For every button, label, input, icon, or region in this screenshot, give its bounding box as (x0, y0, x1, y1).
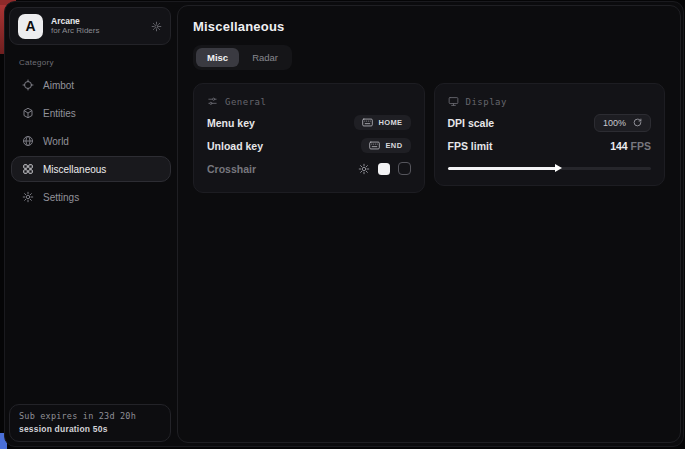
crosshair-color-swatch[interactable] (378, 163, 390, 175)
globe-icon (22, 135, 34, 147)
fps-limit-slider[interactable] (448, 163, 652, 173)
display-card: Display DPI scale 100% (434, 83, 666, 186)
tab-radar[interactable]: Radar (241, 48, 289, 67)
unload-key-row: Unload key END (207, 134, 411, 157)
sidebar-item-settings[interactable]: Settings (11, 184, 171, 210)
fps-unit: FPS (631, 140, 651, 152)
monitor-icon (448, 96, 459, 107)
app-names: Arcane for Arc Riders (51, 16, 99, 37)
app-logo: A (18, 14, 43, 39)
tab-misc[interactable]: Misc (196, 48, 239, 67)
keyboard-icon (369, 141, 380, 150)
cards-row: General Menu key (193, 83, 665, 193)
sidebar-item-miscellaneous[interactable]: Miscellaneous (11, 156, 171, 182)
crosshair-row: Crosshair (207, 157, 411, 180)
main-panel: Miscellaneous Misc Radar Gene (177, 5, 681, 443)
crosshair-settings-gear-icon[interactable] (358, 163, 370, 175)
menu-key-label: Menu key (207, 117, 255, 129)
slider-fill (448, 167, 558, 170)
slider-thumb[interactable] (555, 164, 562, 172)
fps-limit-value: 144 FPS (610, 140, 651, 152)
app-header-card: A Arcane for Arc Riders (9, 7, 171, 45)
sidebar-item-aimbot[interactable]: Aimbot (11, 72, 171, 98)
general-card: General Menu key (193, 83, 425, 193)
crosshair-checkbox[interactable] (398, 162, 411, 175)
keyboard-icon (362, 118, 373, 127)
menu-key-bind-button[interactable]: HOME (354, 115, 410, 130)
unload-key-value: END (385, 141, 402, 150)
general-card-header: General (207, 96, 411, 107)
refresh-icon[interactable] (633, 118, 642, 127)
gear-icon[interactable] (151, 21, 162, 32)
dpi-scale-button[interactable]: 100% (594, 114, 651, 132)
sidebar-nav: Aimbot Entities (11, 72, 171, 210)
display-card-title: Display (466, 97, 507, 107)
sidebar-item-entities[interactable]: Entities (11, 100, 171, 126)
fps-number: 144 (610, 140, 628, 152)
sub-expires-text: Sub expires in 23d 20h (19, 411, 161, 421)
crosshair-controls (358, 162, 411, 175)
menu-key-value: HOME (378, 118, 402, 127)
sidebar-item-label: Aimbot (43, 80, 74, 91)
crosshair-label: Crosshair (207, 163, 256, 175)
sidebar-item-world[interactable]: World (11, 128, 171, 154)
sidebar-item-label: Settings (43, 192, 79, 203)
general-card-title: General (225, 97, 266, 107)
crosshair-icon (22, 79, 34, 91)
fps-limit-row: FPS limit 144 FPS (448, 134, 652, 157)
menu-key-row: Menu key HOME (207, 111, 411, 134)
sidebar: A Arcane for Arc Riders Category (5, 2, 177, 446)
session-duration-text: session duration 50s (19, 424, 161, 434)
unload-key-bind-button[interactable]: END (361, 138, 410, 153)
subscription-card: Sub expires in 23d 20h session duration … (9, 404, 171, 442)
display-card-header: Display (448, 96, 652, 107)
unload-key-label: Unload key (207, 140, 263, 152)
sidebar-item-label: Entities (43, 108, 76, 119)
dpi-scale-label: DPI scale (448, 117, 495, 129)
category-label: Category (19, 58, 54, 67)
gear-icon (22, 191, 34, 203)
app-subtitle: for Arc Riders (51, 26, 99, 36)
grid-icon (22, 163, 34, 175)
app-name: Arcane (51, 16, 99, 27)
dpi-scale-value: 100% (603, 118, 626, 128)
dpi-scale-row: DPI scale 100% (448, 111, 652, 134)
app-window: A Arcane for Arc Riders Category (4, 1, 684, 447)
page-title: Miscellaneous (193, 19, 665, 34)
cube-icon (22, 107, 34, 119)
sliders-icon (207, 96, 218, 107)
screen: A Arcane for Arc Riders Category (0, 0, 685, 449)
tab-bar: Misc Radar (193, 45, 292, 70)
fps-limit-label: FPS limit (448, 140, 493, 152)
sidebar-item-label: Miscellaneous (43, 164, 106, 175)
sidebar-item-label: World (43, 136, 69, 147)
